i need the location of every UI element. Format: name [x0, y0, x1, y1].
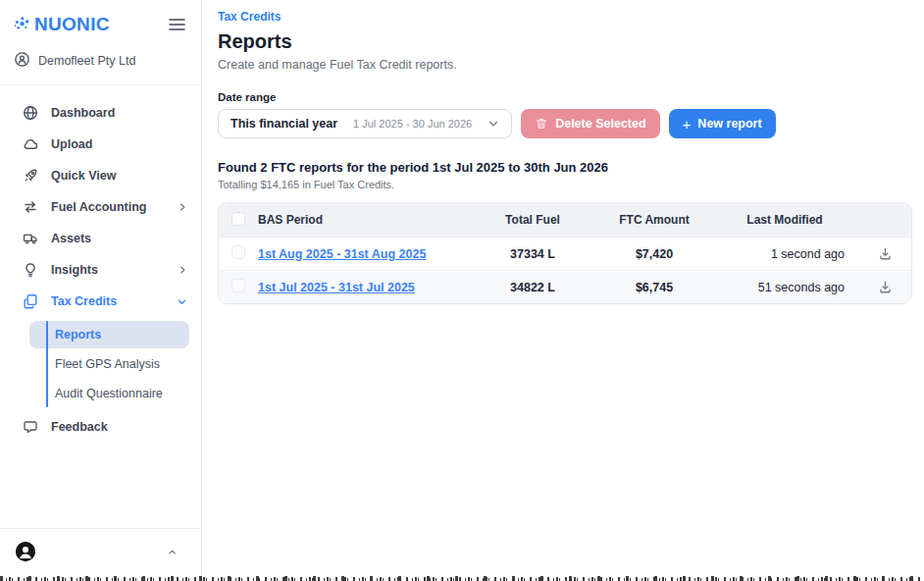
col-header-bas-period: BAS Period: [258, 213, 468, 227]
ftc-amount-value: $7,420: [597, 247, 711, 261]
col-header-total-fuel: Total Fuel: [468, 213, 597, 227]
swap-arrows-icon: [23, 199, 38, 215]
tax-credits-subnav: Reports Fleet GPS Analysis Audit Questio…: [0, 317, 201, 411]
globe-icon: [23, 105, 38, 121]
row-checkbox[interactable]: [231, 245, 245, 259]
sidebar-item-fuel-accounting[interactable]: Fuel Accounting: [0, 191, 201, 223]
sidebar-item-label: Feedback: [51, 420, 108, 434]
download-icon[interactable]: [858, 246, 911, 261]
plus-icon: +: [683, 117, 692, 132]
new-report-button[interactable]: + New report: [669, 109, 776, 138]
page-subtitle: Create and manage Fuel Tax Credit report…: [218, 58, 912, 72]
ftc-amount-value: $6,745: [597, 281, 711, 294]
rocket-icon: [23, 168, 38, 184]
select-all-checkbox[interactable]: [231, 212, 245, 226]
sidebar-item-upload[interactable]: Upload: [0, 129, 201, 160]
table-row: 1st Jul 2025 - 31st Jul 2025 34822 L $6,…: [219, 270, 911, 303]
lightbulb-icon: [23, 262, 38, 278]
reports-table: BAS Period Total Fuel FTC Amount Last Mo…: [218, 202, 912, 304]
chat-bubble-icon: [23, 419, 38, 435]
sidebar-header: NUONIC: [0, 0, 201, 35]
breadcrumb[interactable]: Tax Credits: [218, 10, 912, 24]
chevron-right-icon: [178, 202, 187, 212]
chevron-down-icon: [177, 296, 187, 307]
brand-name: NUONIC: [34, 14, 110, 35]
new-report-label: New report: [697, 117, 761, 131]
bas-period-link[interactable]: 1st Aug 2025 - 31st Aug 2025: [258, 247, 468, 261]
row-checkbox[interactable]: [231, 279, 245, 292]
sidebar-item-dashboard[interactable]: Dashboard: [0, 97, 201, 129]
sidebar-item-label: Quick View: [51, 169, 116, 183]
total-fuel-value: 34822 L: [468, 281, 597, 294]
date-range-label: Date range: [218, 91, 912, 103]
controls-row: This financial year 1 Jul 2025 - 30 Jun …: [218, 109, 912, 138]
last-modified-value: 1 second ago: [711, 247, 858, 261]
sidebar-footer: [0, 528, 201, 581]
org-account-icon: [14, 51, 30, 71]
nuonic-dots-icon: [14, 15, 31, 35]
delete-selected-label: Delete Selected: [555, 117, 645, 131]
chevron-down-icon: [488, 118, 499, 130]
org-selector[interactable]: Demofleet Pty Ltd: [0, 35, 201, 85]
sidebar-item-quick-view[interactable]: Quick View: [0, 160, 201, 191]
cloud-icon: [23, 136, 38, 152]
user-avatar[interactable]: [16, 542, 35, 561]
date-range-preset: This financial year: [231, 117, 337, 131]
sidebar-item-feedback[interactable]: Feedback: [0, 411, 201, 443]
total-fuel-value: 37334 L: [468, 247, 597, 261]
subnav-item-label: Fleet GPS Analysis: [55, 357, 160, 371]
subnav-item-label: Reports: [55, 328, 101, 342]
sidebar-item-label: Dashboard: [51, 106, 115, 120]
sidebar-item-fleet-gps-analysis[interactable]: Fleet GPS Analysis: [29, 350, 189, 378]
sidebar-item-label: Insights: [51, 263, 98, 277]
sidebar-item-audit-questionnaire[interactable]: Audit Questionnaire: [29, 380, 189, 407]
sidebar-item-label: Tax Credits: [51, 294, 117, 308]
date-range-dropdown[interactable]: This financial year 1 Jul 2025 - 30 Jun …: [218, 109, 512, 138]
main-content: Tax Credits Reports Create and manage Fu…: [202, 0, 924, 581]
subnav-item-label: Audit Questionnaire: [55, 387, 163, 400]
delete-selected-button[interactable]: Delete Selected: [521, 109, 659, 138]
sidebar-item-tax-credits[interactable]: Tax Credits: [0, 286, 201, 317]
col-header-last-modified: Last Modified: [711, 213, 858, 227]
table-header-row: BAS Period Total Fuel FTC Amount Last Mo…: [219, 203, 911, 237]
table-body: 1st Aug 2025 - 31st Aug 2025 37334 L $7,…: [219, 237, 911, 303]
page-title: Reports: [218, 30, 912, 53]
col-header-ftc-amount: FTC Amount: [597, 213, 711, 227]
app-window: NUONIC Demofleet Pty Ltd: [0, 0, 924, 581]
date-range-value: 1 Jul 2025 - 30 Jun 2026: [353, 118, 472, 130]
truck-icon: [23, 231, 38, 246]
totalling-summary: Totalling $14,165 in Fuel Tax Credits.: [218, 179, 912, 190]
sidebar-item-assets[interactable]: Assets: [0, 223, 201, 254]
sidebar-item-label: Assets: [51, 232, 91, 245]
chevron-right-icon: [178, 265, 187, 275]
table-row: 1st Aug 2025 - 31st Aug 2025 37334 L $7,…: [219, 237, 911, 270]
results-summary: Found 2 FTC reports for the period 1st J…: [218, 160, 912, 175]
sidebar-item-reports[interactable]: Reports: [29, 321, 189, 348]
org-name: Demofleet Pty Ltd: [38, 54, 135, 68]
bas-period-link[interactable]: 1st Jul 2025 - 31st Jul 2025: [258, 281, 468, 294]
nuonic-logo[interactable]: NUONIC: [14, 14, 110, 35]
sidebar-item-label: Upload: [51, 137, 92, 151]
sidebar-item-insights[interactable]: Insights: [0, 254, 201, 286]
sidebar: NUONIC Demofleet Pty Ltd: [0, 0, 202, 581]
last-modified-value: 51 seconds ago: [711, 281, 858, 294]
hamburger-menu-icon[interactable]: [169, 18, 185, 31]
download-icon[interactable]: [858, 280, 911, 294]
chevron-up-icon[interactable]: [167, 547, 185, 557]
documents-icon: [23, 293, 38, 309]
trash-icon: [535, 117, 548, 131]
sidebar-item-label: Fuel Accounting: [51, 200, 146, 214]
sidebar-nav: Dashboard Upload Quick: [0, 85, 201, 443]
